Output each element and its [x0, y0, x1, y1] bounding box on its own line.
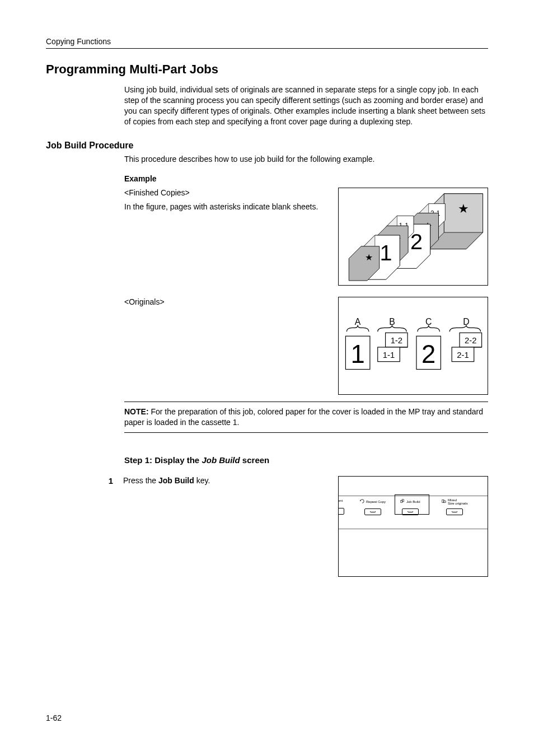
- svg-line-35: [400, 347, 407, 362]
- note-block: NOTE: For the preparation of this job, c…: [124, 402, 488, 433]
- figure-originals: A B C D 1 1-2: [338, 297, 488, 395]
- svg-text:1-2: 1-2: [391, 337, 402, 346]
- step-number-1: 1: [103, 476, 113, 486]
- example-label: Example: [124, 174, 488, 183]
- svg-text:2-2: 2-2: [465, 337, 476, 346]
- intro-paragraph: Using job build, individual sets of orig…: [124, 85, 488, 127]
- svg-text:1-1: 1-1: [383, 351, 395, 360]
- svg-text:1: 1: [380, 240, 392, 265]
- svg-rect-45: [442, 500, 444, 503]
- note-text: For the preparation of this job, colored…: [124, 407, 483, 427]
- mixed-size-icon: [442, 499, 446, 505]
- note-prefix: NOTE:: [124, 407, 149, 416]
- finished-copies-text: In the figure, pages with asterisks indi…: [124, 202, 321, 212]
- repeat-copy-key[interactable]: [364, 508, 381, 515]
- step1-heading: Step 1: Display the Job Build screen: [124, 455, 488, 465]
- finished-copies-label: <Finished Copies>: [124, 188, 321, 198]
- procedure-intro: This procedure describes how to use job …: [124, 154, 488, 165]
- svg-text:★: ★: [365, 253, 373, 263]
- panel-repeat-copy: Repeat Copy: [360, 498, 386, 515]
- job-build-highlight: [395, 494, 429, 515]
- figure-control-panel: ment Repeat Copy: [338, 476, 488, 577]
- svg-text:2-1: 2-1: [457, 351, 469, 360]
- page-number: 1-62: [46, 713, 62, 722]
- procedure-heading: Job Build Procedure: [46, 141, 488, 151]
- originals-label: <Originals>: [124, 297, 321, 307]
- svg-text:1: 1: [350, 340, 364, 368]
- step1-text: Press the Job Build key.: [123, 476, 321, 485]
- mixed-size-key[interactable]: [446, 508, 463, 515]
- svg-text:★: ★: [458, 202, 469, 216]
- header-section: Copying Functions: [46, 37, 488, 49]
- repeat-copy-icon: [360, 499, 364, 505]
- svg-text:2: 2: [421, 340, 435, 368]
- page-title: Programming Multi-Part Jobs: [46, 62, 488, 77]
- panel-mixed-size: Mixed Size originals: [442, 498, 468, 515]
- figure-finished-copies: ★ 2-1 ↺ ★: [338, 188, 488, 286]
